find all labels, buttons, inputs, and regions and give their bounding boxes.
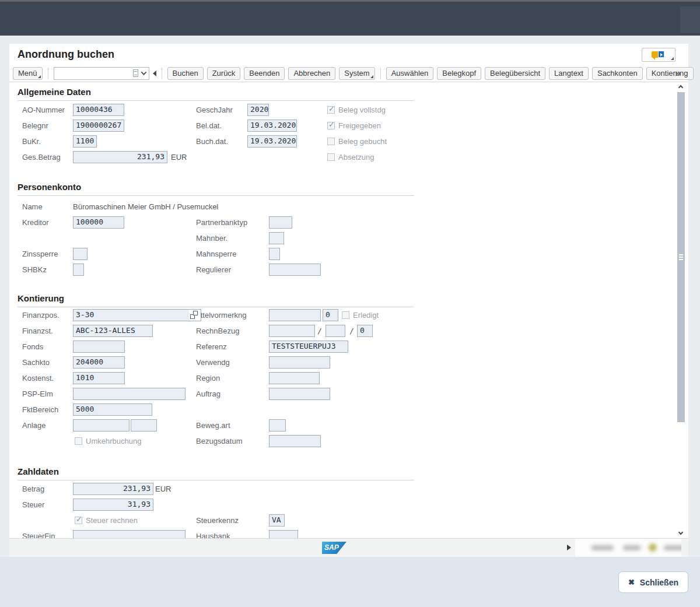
checkbox-beleg-vollstdg[interactable]: Beleg vollstdg [327,104,386,116]
field-mahnber[interactable] [269,232,284,244]
checkbox-erledigt[interactable]: Erledigt [342,309,379,321]
field-verwendg[interactable] [269,356,330,369]
checkbox-freigegeben[interactable]: Freigegeben [327,120,381,132]
checkbox-box[interactable] [342,311,349,319]
field-steuerfin[interactable] [73,530,186,538]
checkbox-umkehrbuchung[interactable]: Umkehrbuchung [75,435,141,447]
top-header-bar [0,0,700,36]
label-psp-elm: PSP-Elm [22,388,53,400]
status-expand-icon[interactable] [567,545,571,550]
field-kostenst[interactable]: 1010 [73,372,125,384]
langtext-button[interactable]: Langtext [549,67,589,80]
field-finanzst[interactable]: ABC-123-ALLES [73,325,153,337]
label-mahnsperre: Mahnsperre [196,248,236,260]
close-button-label: Schließen [640,578,678,587]
sap-window: Anordnung buchen Menü Buchen Zurück Been… [9,44,688,557]
field-region[interactable] [269,372,320,384]
field-zinssperre[interactable] [73,248,88,260]
field-rechnbezug-1[interactable] [269,325,315,337]
chevron-down-icon [678,530,683,535]
field-fktbereich[interactable]: 5000 [73,404,152,416]
field-ges-betrag[interactable]: 231,93 [73,151,167,163]
buchen-button[interactable]: Buchen [167,67,204,80]
field-rechnbezug-2[interactable] [326,325,345,337]
field-kreditor[interactable]: 100000 [73,216,124,229]
field-psp-elm[interactable] [73,388,186,400]
label-rechnbezug: RechnBezug [196,325,239,337]
field-sachkto[interactable]: 204000 [73,356,125,369]
section-divider [18,195,414,196]
label-kreditor: Kreditor [22,216,49,229]
section-heading-personenkonto: Personenkonto [18,182,81,192]
vertical-scrollbar[interactable] [677,82,685,538]
field-regulierer[interactable] [269,264,321,276]
possible-entries-icon[interactable] [189,310,201,321]
abbrechen-button[interactable]: Abbrechen [288,67,335,80]
auswaehlen-button[interactable]: Auswählen [386,67,434,80]
field-steuer[interactable]: 31,93 [73,499,153,511]
field-hausbank[interactable] [269,530,298,538]
collapse-toolbar-icon[interactable] [153,71,156,76]
section-divider [18,100,414,101]
checkbox-beleg-gebucht[interactable]: Beleg gebucht [327,135,387,148]
checkbox-box[interactable] [327,122,335,129]
label-bezugsdatum: Bezugsdatum [196,435,243,447]
label-ao-nummer: AO-Nummer [22,104,65,116]
services-for-object-button[interactable] [642,48,676,62]
field-anlage-sub[interactable] [131,419,157,431]
sachkonten-button[interactable]: Sachkonten [592,67,643,80]
command-field[interactable] [54,67,149,80]
label-regulierer: Regulierer [196,264,231,276]
checkbox-box[interactable] [327,138,335,145]
field-partnerbanktyp[interactable] [269,216,292,229]
field-referenz[interactable]: TESTSTEUERPUJ3 [269,341,348,353]
schliessen-button[interactable]: ✖ Schließen [618,571,688,593]
section-heading-kontierung: Kontierung [18,293,64,303]
field-belegnr[interactable]: 1900000267 [73,120,124,132]
field-beweg-art[interactable] [269,419,286,431]
field-buch-dat[interactable]: 19.03.2020 [247,135,297,148]
section-divider [18,307,414,307]
field-bezugsdatum[interactable] [269,435,321,447]
field-steuerkennz[interactable]: VA [269,514,285,527]
checkbox-steuer-rechnen[interactable]: Steuer rechnen [75,514,138,527]
header-corner-panel [680,6,700,33]
checkbox-box[interactable] [327,106,335,114]
scrollbar-thumb[interactable] [677,92,685,422]
zurueck-button[interactable]: Zurück [207,67,241,80]
section-heading-allgemeine-daten: Allgemeine Daten [18,87,91,97]
status-bar: SAP [9,538,688,557]
field-mahnsperre[interactable] [269,248,280,260]
command-history-icon[interactable] [133,69,138,77]
scroll-down-button[interactable] [677,529,685,538]
field-bukr[interactable]: 1100 [73,135,97,148]
field-mittelvormerkng-pos[interactable]: 0 [323,309,338,321]
field-bel-dat[interactable]: 19.03.2020 [247,120,297,132]
menu-button[interactable]: Menü [13,67,43,80]
field-fonds[interactable] [73,341,125,353]
field-finanzpos[interactable]: 3-30 [73,309,201,321]
checkbox-absetzung[interactable]: Absetzung [327,151,374,163]
checkbox-box[interactable] [75,437,82,445]
label-betrag: Betrag [22,483,44,495]
chevron-down-icon[interactable] [141,69,146,75]
label-region: Region [196,372,220,384]
field-ao-nummer[interactable]: 10000436 [73,104,124,116]
beenden-button[interactable]: Beenden [244,67,285,80]
field-rechnbezug-3[interactable]: 0 [357,325,373,337]
toolbar-overflow-icon[interactable]: » [675,66,681,79]
currency-unit: EUR [171,151,187,163]
field-shbkz[interactable] [73,264,84,276]
field-mittelvormerkng[interactable] [269,309,321,321]
field-geschjahr[interactable]: 2020 [247,104,269,116]
field-betrag[interactable]: 231,93 [73,483,153,495]
scroll-up-button[interactable] [677,82,685,92]
checkbox-box[interactable] [327,153,335,161]
field-auftrag[interactable] [269,388,330,400]
checkbox-box[interactable] [75,517,82,524]
system-button[interactable]: System [339,67,374,80]
kontierung-button[interactable]: Kontierung [646,67,694,80]
belegkopf-button[interactable]: Belegkopf [437,67,481,80]
beleguebersicht-button[interactable]: Belegübersicht [485,67,545,80]
field-anlage[interactable] [73,419,130,431]
